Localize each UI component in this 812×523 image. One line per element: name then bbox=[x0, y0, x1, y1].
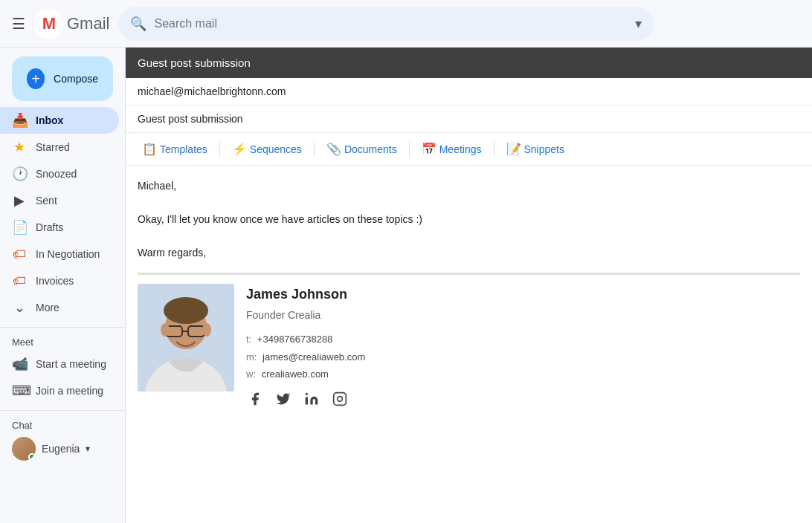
gmail-wordmark: Gmail bbox=[67, 14, 109, 33]
chat-user-name: Eugenia bbox=[42, 443, 80, 455]
starred-label: Starred bbox=[36, 141, 107, 153]
email-label: m: bbox=[246, 351, 257, 363]
meetings-button[interactable]: 📅 Meetings bbox=[417, 139, 486, 159]
sidebar-item-snoozed[interactable]: 🕐 Snoozed bbox=[0, 160, 119, 187]
sig-website-row: w: crealiaweb.com bbox=[246, 366, 800, 383]
signature-title: Founder Crealia bbox=[246, 307, 800, 323]
body-closing: Warm regards, bbox=[138, 244, 800, 261]
signature-info: James Johnson Founder Crealia t: +349876… bbox=[246, 284, 800, 408]
sig-email-row: m: james@crealiaweb.com bbox=[246, 348, 800, 366]
templates-button[interactable]: 📋 Templates bbox=[138, 139, 212, 159]
sequences-icon: ⚡ bbox=[232, 142, 247, 156]
topbar: ☰ M Gmail 🔍 ▾ bbox=[0, 0, 812, 48]
starred-icon: ★ bbox=[12, 139, 27, 155]
drafts-label: Drafts bbox=[36, 221, 107, 233]
email-subject-text: Guest post submission bbox=[138, 113, 243, 125]
negotiation-icon: 🏷 bbox=[12, 247, 27, 262]
signature-social bbox=[246, 390, 800, 408]
menu-icon[interactable]: ☰ bbox=[12, 15, 25, 33]
twitter-icon[interactable] bbox=[274, 390, 292, 408]
sidebar-item-start-meeting[interactable]: 📹 Start a meeting bbox=[0, 351, 119, 377]
snippets-button[interactable]: 📝 Snippets bbox=[502, 139, 569, 159]
sent-label: Sent bbox=[36, 195, 107, 207]
email-header-title: Guest post submission bbox=[138, 56, 251, 69]
compose-label: Compose bbox=[54, 73, 98, 85]
toolbar-divider-1 bbox=[219, 142, 220, 157]
signature-photo-svg bbox=[138, 284, 234, 392]
inbox-icon: 📥 bbox=[12, 112, 27, 129]
invoices-label: Invoices bbox=[36, 275, 107, 287]
inbox-label: Inbox bbox=[36, 114, 107, 126]
avatar bbox=[12, 437, 36, 461]
gmail-logo: M Gmail bbox=[34, 9, 109, 39]
main-layout: + Compose 📥 Inbox ★ Starred 🕐 Snoozed ▶ … bbox=[0, 48, 812, 523]
meet-section-label: Meet bbox=[0, 334, 125, 351]
chat-user-eugenia[interactable]: Eugenia ▾ bbox=[0, 434, 125, 464]
snoozed-label: Snoozed bbox=[36, 168, 107, 180]
facebook-icon[interactable] bbox=[246, 390, 264, 408]
search-dropdown-icon[interactable]: ▾ bbox=[635, 16, 642, 32]
join-meeting-label: Join a meeting bbox=[36, 385, 107, 397]
sidebar: + Compose 📥 Inbox ★ Starred 🕐 Snoozed ▶ … bbox=[0, 48, 125, 523]
negotiation-label: In Negotiation bbox=[36, 248, 107, 260]
website-label: w: bbox=[246, 368, 256, 380]
email-to-row[interactable]: michael@michaelbrightonn.com bbox=[126, 78, 812, 105]
sequences-button[interactable]: ⚡ Sequences bbox=[228, 139, 306, 159]
sig-website: crealiaweb.com bbox=[262, 368, 329, 380]
search-input[interactable] bbox=[154, 17, 628, 30]
email-body[interactable]: Michael, Okay, I'll let you know once we… bbox=[126, 166, 812, 523]
sidebar-item-inbox[interactable]: 📥 Inbox bbox=[0, 107, 119, 134]
invoices-icon: 🏷 bbox=[12, 273, 27, 289]
instagram-icon[interactable] bbox=[331, 390, 349, 408]
email-header: Guest post submission bbox=[126, 48, 812, 78]
sidebar-item-more[interactable]: ⌄ More bbox=[0, 294, 119, 321]
compose-plus-icon: + bbox=[27, 68, 45, 89]
templates-label: Templates bbox=[160, 143, 207, 155]
email-panel: Guest post submission michael@michaelbri… bbox=[125, 48, 812, 523]
sidebar-item-join-meeting[interactable]: ⌨ Join a meeting bbox=[0, 377, 119, 404]
toolbar-divider-3 bbox=[409, 142, 410, 157]
documents-label: Documents bbox=[344, 143, 397, 155]
chat-section-label: Chat bbox=[0, 417, 125, 434]
snippets-label: Snippets bbox=[524, 143, 564, 155]
email-to-address: michael@michaelbrightonn.com bbox=[138, 85, 286, 97]
documents-icon: 📎 bbox=[326, 142, 341, 156]
snoozed-icon: 🕐 bbox=[12, 166, 27, 182]
signature-name: James Johnson bbox=[246, 284, 800, 305]
gmail-m-icon: M bbox=[34, 9, 64, 39]
snippets-icon: 📝 bbox=[506, 142, 521, 156]
svg-point-8 bbox=[202, 323, 211, 337]
documents-button[interactable]: 📎 Documents bbox=[322, 139, 402, 159]
svg-point-3 bbox=[164, 297, 208, 324]
phone-label: t: bbox=[246, 334, 251, 345]
sig-phone: +3498766738288 bbox=[257, 334, 333, 345]
drafts-icon: 📄 bbox=[12, 219, 27, 235]
sidebar-item-invoices[interactable]: 🏷 Invoices bbox=[0, 267, 119, 294]
meetings-icon: 📅 bbox=[422, 142, 436, 156]
sidebar-item-negotiation[interactable]: 🏷 In Negotiation bbox=[0, 241, 119, 267]
compose-button[interactable]: + Compose bbox=[12, 56, 113, 101]
body-message: Okay, I'll let you know once we have art… bbox=[138, 211, 800, 227]
sidebar-divider bbox=[0, 327, 125, 328]
sig-email: james@crealiaweb.com bbox=[262, 351, 365, 363]
sidebar-item-sent[interactable]: ▶ Sent bbox=[0, 187, 119, 214]
sidebar-item-drafts[interactable]: 📄 Drafts bbox=[0, 214, 119, 241]
online-indicator bbox=[28, 453, 36, 461]
toolbar-divider-4 bbox=[494, 142, 494, 157]
meetings-label: Meetings bbox=[439, 143, 482, 155]
search-bar[interactable]: 🔍 ▾ bbox=[118, 7, 654, 41]
sidebar-item-starred[interactable]: ★ Starred bbox=[0, 134, 119, 160]
video-icon: 📹 bbox=[12, 356, 27, 372]
chat-divider bbox=[0, 410, 125, 411]
start-meeting-label: Start a meeting bbox=[36, 358, 107, 370]
linkedin-icon[interactable] bbox=[303, 390, 320, 408]
more-label: More bbox=[36, 302, 107, 314]
search-icon: 🔍 bbox=[130, 16, 146, 32]
chat-dropdown-icon[interactable]: ▾ bbox=[86, 444, 90, 454]
signature-photo bbox=[138, 284, 234, 392]
email-subject-row[interactable]: Guest post submission bbox=[126, 105, 812, 133]
email-toolbar: 📋 Templates ⚡ Sequences 📎 Documents 📅 Me… bbox=[126, 133, 812, 166]
svg-point-7 bbox=[161, 323, 170, 337]
signature-block: James Johnson Founder Crealia t: +349876… bbox=[138, 273, 800, 408]
svg-rect-10 bbox=[334, 393, 347, 406]
